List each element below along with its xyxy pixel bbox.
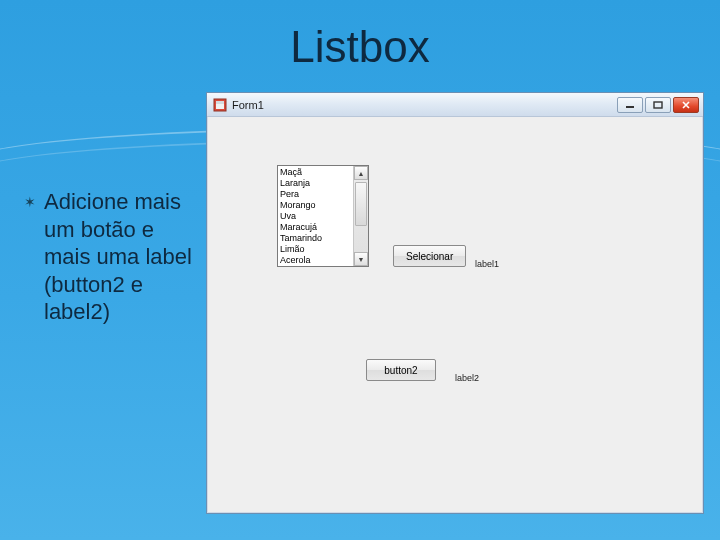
svg-rect-2 xyxy=(216,101,224,104)
listbox-items[interactable]: MaçãLaranjaPeraMorangoUvaMaracujáTamarin… xyxy=(278,166,353,266)
listbox-option[interactable]: Pera xyxy=(280,189,351,200)
window-title: Form1 xyxy=(232,99,617,111)
bullet-text: Adicione mais um botão e mais uma label … xyxy=(44,188,194,326)
app-icon xyxy=(213,98,227,112)
window-titlebar[interactable]: Form1 xyxy=(207,93,703,117)
listbox-option[interactable]: Morango xyxy=(280,200,351,211)
button-label: Selecionar xyxy=(406,251,453,262)
minimize-button[interactable] xyxy=(617,97,643,113)
window-control-buttons xyxy=(617,97,699,113)
svg-rect-4 xyxy=(654,102,662,108)
close-button[interactable] xyxy=(673,97,699,113)
listbox[interactable]: MaçãLaranjaPeraMorangoUvaMaracujáTamarin… xyxy=(277,165,369,267)
bullet-list: ✶ Adicione mais um botão e mais uma labe… xyxy=(24,188,194,326)
listbox-option[interactable]: Maracujá xyxy=(280,222,351,233)
bullet-icon: ✶ xyxy=(24,188,36,326)
slide-title: Listbox xyxy=(0,22,720,72)
label1: label1 xyxy=(475,259,499,269)
maximize-button[interactable] xyxy=(645,97,671,113)
list-item: ✶ Adicione mais um botão e mais uma labe… xyxy=(24,188,194,326)
listbox-option[interactable]: Tamarindo xyxy=(280,233,351,244)
form-window: Form1 MaçãLaranjaPeraMorangoUvaMaracujáT… xyxy=(206,92,704,514)
listbox-option[interactable]: Acerola xyxy=(280,255,351,266)
select-button[interactable]: Selecionar xyxy=(393,245,466,267)
slide: Listbox ✶ Adicione mais um botão e mais … xyxy=(0,0,720,540)
scrollbar[interactable]: ▲ ▼ xyxy=(353,166,368,266)
button2[interactable]: button2 xyxy=(366,359,436,381)
button-label: button2 xyxy=(384,365,417,376)
window-client-area: MaçãLaranjaPeraMorangoUvaMaracujáTamarin… xyxy=(211,121,699,509)
listbox-option[interactable]: Uva xyxy=(280,211,351,222)
scroll-thumb[interactable] xyxy=(355,182,367,226)
scroll-down-button[interactable]: ▼ xyxy=(354,252,368,266)
scroll-track[interactable] xyxy=(354,180,368,252)
listbox-option[interactable]: Laranja xyxy=(280,178,351,189)
scroll-up-button[interactable]: ▲ xyxy=(354,166,368,180)
label2: label2 xyxy=(455,373,479,383)
listbox-option[interactable]: Limão xyxy=(280,244,351,255)
svg-rect-3 xyxy=(626,106,634,108)
listbox-option[interactable]: Maçã xyxy=(280,167,351,178)
